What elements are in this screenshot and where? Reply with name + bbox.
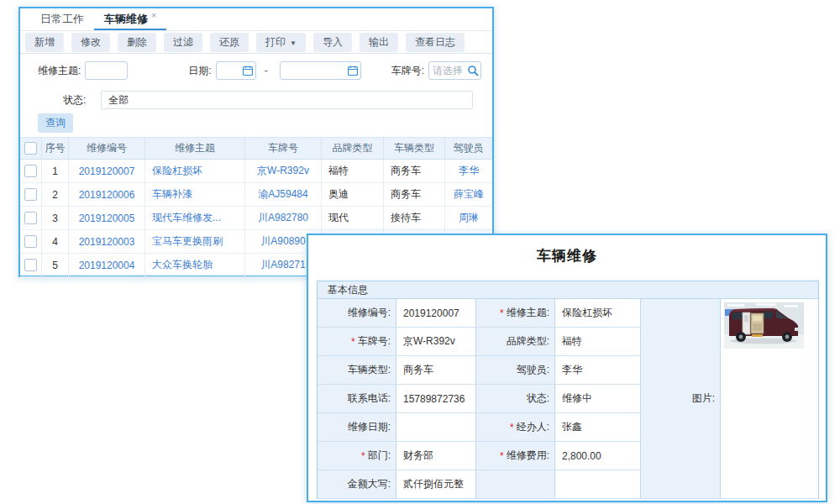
repair-code-link[interactable]: 2019120006 <box>69 183 145 207</box>
query-row: 查询 <box>20 113 492 131</box>
row-checkbox[interactable] <box>24 235 37 248</box>
cell-seq: 2 <box>42 183 69 207</box>
subject-filter-label: 维修主题: <box>38 64 81 78</box>
date-filter-label: 日期: <box>188 64 211 78</box>
select-all-checkbox[interactable] <box>24 142 37 155</box>
cell-seq: 1 <box>42 160 69 183</box>
repair-subject-link[interactable]: 保险杠损坏 <box>145 160 245 183</box>
cell-seq: 5 <box>42 254 69 277</box>
repair-code-link[interactable]: 2019120004 <box>69 254 145 277</box>
field-label-subject: *维修主题: <box>476 299 555 328</box>
column-header-brand[interactable]: 品牌类型 <box>322 138 384 160</box>
field-label-status: 状态: <box>476 385 555 413</box>
status-filter-label: 状态: <box>63 93 86 108</box>
repair-detail-window: 车辆维修 基本信息 图片: <box>307 234 827 502</box>
calendar-icon[interactable] <box>243 66 253 76</box>
cell-vtype: 商务车 <box>384 160 445 183</box>
field-value-amount-words: 贰仟捌佰元整 <box>396 470 476 499</box>
tab-bar: 日常工作 车辆维修 × <box>20 8 492 31</box>
basic-info-panel: 基本信息 图片: <box>317 281 819 499</box>
repair-subject-link[interactable]: 车辆补漆 <box>145 183 245 207</box>
calendar-icon[interactable] <box>348 66 358 76</box>
caret-down-icon: ▼ <box>290 39 297 47</box>
column-header-plate[interactable]: 车牌号 <box>245 138 322 160</box>
driver-link[interactable]: 李华 <box>445 160 492 183</box>
column-header-subject[interactable]: 维修主题 <box>145 138 245 160</box>
detail-form: 图片: <box>318 299 818 499</box>
field-label-driver: 驾驶员: <box>476 356 555 385</box>
field-value-empty <box>555 470 641 499</box>
tab-vehicle-repair[interactable]: 车辆维修 × <box>94 8 166 30</box>
view-log-button[interactable]: 查看日志 <box>406 33 465 52</box>
column-header-code[interactable]: 维修编号 <box>69 138 145 160</box>
filter-row-1: 维修主题: 日期: - 车牌号: <box>20 61 492 80</box>
edit-button[interactable]: 修改 <box>71 33 110 52</box>
field-label-repair-no: 维修编号: <box>318 299 396 328</box>
repair-subject-link[interactable]: 宝马车更换雨刷 <box>145 230 245 254</box>
repair-subject-link[interactable]: 大众车换轮胎 <box>145 254 245 277</box>
cell-vtype: 接待车 <box>384 207 445 230</box>
status-select[interactable]: 全部 <box>101 91 473 109</box>
row-checkbox[interactable] <box>24 188 37 201</box>
column-header-driver[interactable]: 驾驶员 <box>445 138 492 160</box>
delete-button[interactable]: 删除 <box>118 33 156 52</box>
repair-code-link[interactable]: 2019120003 <box>69 230 145 254</box>
driver-link[interactable]: 薛宝峰 <box>445 183 492 207</box>
row-checkbox[interactable] <box>24 259 37 271</box>
export-button[interactable]: 输出 <box>360 33 398 52</box>
row-checkbox[interactable] <box>24 165 37 177</box>
cell-brand: 奥迪 <box>322 183 384 207</box>
field-label-repair-date: 维修日期: <box>318 413 396 442</box>
plate-link[interactable]: 川A982780 <box>245 207 322 230</box>
tab-close-icon[interactable]: × <box>151 10 156 20</box>
table-row[interactable]: 2 2019120006 车辆补漆 渝AJ59484 奥迪 商务车 薛宝峰 <box>20 183 492 207</box>
field-label-brand: 品牌类型: <box>476 328 555 356</box>
table-row[interactable]: 3 2019120005 现代车维修发... 川A982780 现代 接待车 周… <box>20 207 492 230</box>
field-label-empty <box>476 470 555 499</box>
query-button[interactable]: 查询 <box>38 113 73 133</box>
date-range-separator: - <box>265 65 268 76</box>
repair-subject-link[interactable]: 现代车维修发... <box>145 207 245 230</box>
date-from-wrap <box>216 61 256 80</box>
table-header-row: 序号 维修编号 维修主题 车牌号 品牌类型 车辆类型 驾驶员 <box>20 137 492 160</box>
repair-code-link[interactable]: 2019120007 <box>69 160 145 183</box>
row-checkbox[interactable] <box>24 212 37 224</box>
column-header-vtype[interactable]: 车辆类型 <box>384 138 445 160</box>
field-value-department: 财务部 <box>396 442 476 470</box>
required-mark: * <box>351 336 355 348</box>
print-button-label: 打印 <box>265 36 286 48</box>
section-title: 基本信息 <box>318 281 818 299</box>
column-header-seq[interactable]: 序号 <box>42 138 69 160</box>
field-label-plate: *车牌号: <box>318 328 396 356</box>
field-value-repair-no: 2019120007 <box>396 299 476 328</box>
required-mark: * <box>500 307 504 319</box>
required-mark: * <box>510 422 514 433</box>
filter-row-2: 状态: 全部 <box>20 91 492 109</box>
field-value-vtype: 商务车 <box>396 356 476 385</box>
cell-vtype: 商务车 <box>384 183 445 207</box>
driver-link[interactable]: 周琳 <box>445 207 492 230</box>
search-icon[interactable] <box>467 65 479 76</box>
field-value-phone: 15789872736 <box>396 385 476 413</box>
image-cell <box>721 299 818 499</box>
import-button[interactable]: 导入 <box>313 33 352 52</box>
cell-brand: 福特 <box>322 160 384 183</box>
filter-button[interactable]: 过滤 <box>164 33 202 52</box>
toolbar: 新增 修改 删除 过滤 还原 打印▼ 导入 输出 查看日志 <box>20 31 492 54</box>
plate-link[interactable]: 京W-R392v <box>245 160 322 183</box>
repair-code-link[interactable]: 2019120005 <box>69 207 145 230</box>
field-label-cost: *维修费用: <box>476 442 555 470</box>
field-label-phone: 联系电话: <box>318 385 396 413</box>
required-mark: * <box>500 450 504 462</box>
field-value-brand: 福特 <box>555 328 641 356</box>
restore-button[interactable]: 还原 <box>210 33 249 52</box>
field-value-subject: 保险杠损坏 <box>555 299 641 328</box>
tab-daily-work[interactable]: 日常工作 <box>30 8 94 30</box>
add-button[interactable]: 新增 <box>25 33 64 52</box>
subject-filter-input[interactable] <box>85 61 128 80</box>
print-button[interactable]: 打印▼ <box>256 33 306 52</box>
field-value-driver: 李华 <box>555 356 641 385</box>
plate-link[interactable]: 渝AJ59484 <box>245 183 322 207</box>
field-value-handler: 张鑫 <box>555 413 641 442</box>
table-row[interactable]: 1 2019120007 保险杠损坏 京W-R392v 福特 商务车 李华 <box>20 160 492 183</box>
